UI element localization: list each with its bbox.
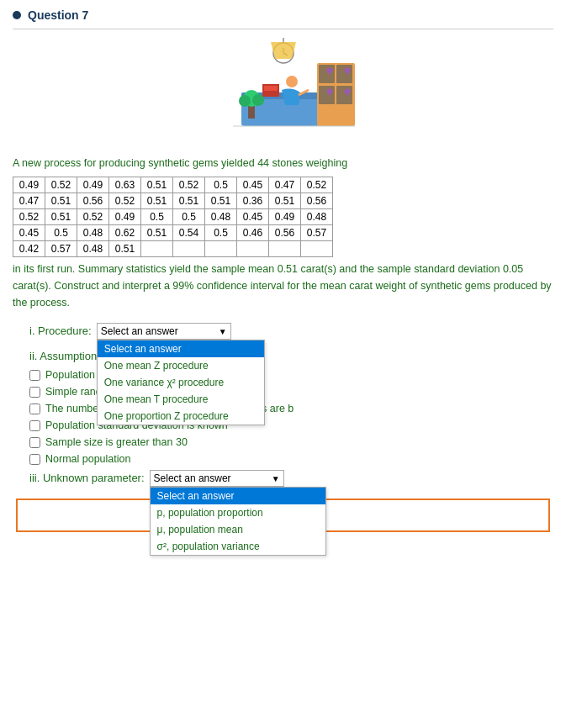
svg-point-14 <box>252 94 264 106</box>
table-cell: 0.57 <box>301 224 333 240</box>
unknown-param-option-select[interactable]: Select an answer <box>151 488 325 504</box>
unknown-param-select[interactable]: Select an answer ▼ <box>150 470 284 487</box>
assumption-checkbox[interactable] <box>29 437 40 448</box>
table-cell <box>205 240 237 256</box>
table-cell: 0.57 <box>45 240 77 256</box>
assumption-item: Sample size is greater than 30 <box>29 436 553 448</box>
table-cell: 0.48 <box>205 208 237 224</box>
unknown-param-select-container: Select an answer ▼ Select an answer p, p… <box>150 470 284 487</box>
table-cell: 0.5 <box>205 224 237 240</box>
procedure-select-container: Select an answer ▼ Select an answer One … <box>97 323 231 340</box>
problem-text-before: A new process for producing synthetic ge… <box>13 156 553 171</box>
table-cell: 0.52 <box>13 208 45 224</box>
procedure-option-select[interactable]: Select an answer <box>98 340 264 357</box>
illustration <box>13 38 553 147</box>
table-cell <box>301 240 333 256</box>
table-cell: 0.49 <box>13 177 45 193</box>
table-cell: 0.49 <box>77 177 109 193</box>
table-cell: 0.5 <box>45 224 77 240</box>
table-cell <box>237 240 269 256</box>
table-cell: 0.45 <box>13 224 45 240</box>
assumption-checkbox[interactable] <box>29 454 40 465</box>
table-cell: 0.51 <box>205 193 237 208</box>
data-table: 0.490.520.490.630.510.520.50.450.470.520… <box>13 177 333 257</box>
table-cell: 0.48 <box>301 208 333 224</box>
svg-rect-17 <box>336 65 352 83</box>
table-cell: 0.42 <box>13 240 45 256</box>
table-cell: 0.5 <box>173 208 205 224</box>
assumption-label: Sample size is greater than 30 <box>45 436 188 448</box>
procedure-dropdown: Select an answer One mean Z procedure On… <box>97 340 265 425</box>
svg-marker-3 <box>271 42 296 59</box>
table-cell: 0.56 <box>301 193 333 208</box>
question-title: Question 7 <box>28 8 88 22</box>
table-cell: 0.52 <box>109 193 141 208</box>
procedure-select[interactable]: Select an answer ▼ <box>97 323 231 340</box>
table-cell <box>141 240 173 256</box>
table-cell: 0.48 <box>77 240 109 256</box>
assumption-label: Normal population <box>45 453 130 465</box>
procedure-option-one-proportion-z[interactable]: One proportion Z procedure <box>98 408 264 425</box>
table-cell: 0.56 <box>269 224 301 240</box>
assumption-checkbox[interactable] <box>29 420 40 431</box>
problem-text-after: in its first run. Summary statistics yie… <box>13 261 553 311</box>
unknown-param-option-mean[interactable]: μ, population mean <box>151 521 325 538</box>
table-cell: 0.51 <box>141 177 173 193</box>
procedure-row: i. Procedure: Select an answer ▼ Select … <box>29 323 553 340</box>
svg-rect-8 <box>264 86 278 91</box>
table-cell: 0.36 <box>237 193 269 208</box>
table-cell: 0.49 <box>269 208 301 224</box>
unknown-param-dropdown: Select an answer p, population proportio… <box>150 487 326 556</box>
table-cell: 0.5 <box>141 208 173 224</box>
unknown-param-select-value: Select an answer <box>154 472 231 484</box>
question-dot <box>13 11 21 19</box>
svg-rect-18 <box>319 86 335 104</box>
table-cell: 0.45 <box>237 208 269 224</box>
procedure-dropdown-arrow: ▼ <box>219 326 227 335</box>
assumption-checkbox[interactable] <box>29 370 40 381</box>
table-cell: 0.51 <box>141 193 173 208</box>
table-cell: 0.51 <box>109 240 141 256</box>
unknown-param-option-proportion[interactable]: p, population proportion <box>151 504 325 521</box>
table-cell: 0.47 <box>13 193 45 208</box>
table-cell: 0.46 <box>237 224 269 240</box>
unknown-param-dropdown-arrow: ▼ <box>272 473 280 483</box>
svg-rect-16 <box>319 65 335 83</box>
assumption-checkbox[interactable] <box>29 387 40 398</box>
table-cell: 0.48 <box>77 224 109 240</box>
table-cell: 0.45 <box>237 177 269 193</box>
table-cell: 0.56 <box>77 193 109 208</box>
procedure-option-one-mean-t[interactable]: One mean T procedure <box>98 391 264 408</box>
table-cell: 0.52 <box>77 208 109 224</box>
unknown-param-row: iii. Unknown parameter: Select an answer… <box>29 470 553 487</box>
table-cell: 0.52 <box>173 177 205 193</box>
procedure-option-one-mean-z[interactable]: One mean Z procedure <box>98 357 264 374</box>
procedure-label: i. Procedure: <box>29 324 92 337</box>
table-cell: 0.62 <box>109 224 141 240</box>
table-cell: 0.54 <box>173 224 205 240</box>
table-cell: 0.52 <box>45 177 77 193</box>
table-cell: 0.51 <box>173 193 205 208</box>
svg-point-13 <box>239 95 251 107</box>
svg-rect-19 <box>336 86 352 104</box>
procedure-option-one-variance[interactable]: One variance χ² procedure <box>98 374 264 391</box>
table-cell <box>269 240 301 256</box>
assumption-item: Normal population <box>29 453 553 465</box>
table-cell: 0.47 <box>269 177 301 193</box>
question-header: Question 7 <box>13 8 553 29</box>
table-cell: 0.51 <box>45 208 77 224</box>
assumption-checkbox[interactable] <box>29 404 40 414</box>
table-cell: 0.49 <box>109 208 141 224</box>
table-cell: 0.63 <box>109 177 141 193</box>
table-cell: 0.51 <box>45 193 77 208</box>
table-cell: 0.52 <box>301 177 333 193</box>
table-cell: 0.5 <box>205 177 237 193</box>
svg-point-9 <box>286 76 298 87</box>
table-cell <box>173 240 205 256</box>
table-cell: 0.51 <box>269 193 301 208</box>
procedure-select-value: Select an answer <box>101 325 178 337</box>
store-illustration <box>208 38 359 147</box>
unknown-param-option-variance[interactable]: σ², population variance <box>151 538 325 555</box>
table-cell: 0.51 <box>141 224 173 240</box>
unknown-param-label: iii. Unknown parameter: <box>29 472 145 484</box>
